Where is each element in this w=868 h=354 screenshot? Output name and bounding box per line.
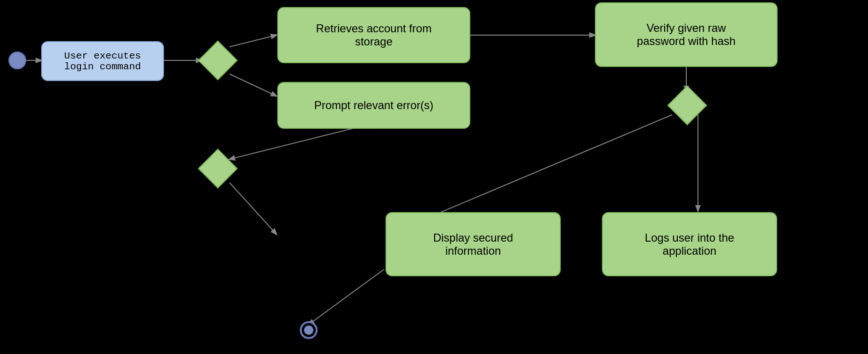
user-executes-node: User executes login command bbox=[41, 41, 164, 81]
logs-user-label: Logs user into the application bbox=[645, 231, 734, 258]
verify-password-label: Verify given raw password with hash bbox=[637, 22, 736, 48]
diamond-bottom-left bbox=[198, 149, 238, 189]
display-secured-label: Display secured information bbox=[433, 231, 513, 258]
svg-line-7 bbox=[230, 183, 276, 234]
logs-user-node: Logs user into the application bbox=[602, 212, 777, 276]
svg-line-3 bbox=[230, 74, 276, 96]
diagram-container: User executes login command Retrieves ac… bbox=[0, 0, 868, 354]
diamond-top-left bbox=[198, 41, 238, 81]
retrieves-account-label: Retrieves account from storage bbox=[316, 22, 432, 48]
svg-line-9 bbox=[230, 124, 370, 159]
display-secured-node: Display secured information bbox=[386, 212, 561, 276]
prompt-errors-label: Prompt relevant error(s) bbox=[314, 99, 434, 112]
svg-line-2 bbox=[230, 35, 276, 47]
diamond-right bbox=[668, 86, 707, 125]
prompt-errors-node: Prompt relevant error(s) bbox=[277, 82, 470, 129]
user-executes-label: User executes login command bbox=[64, 51, 141, 72]
start-node bbox=[8, 52, 26, 69]
end-node bbox=[300, 321, 318, 339]
verify-password-node: Verify given raw password with hash bbox=[595, 2, 778, 67]
retrieves-account-node: Retrieves account from storage bbox=[277, 7, 470, 63]
svg-line-10 bbox=[309, 269, 384, 324]
